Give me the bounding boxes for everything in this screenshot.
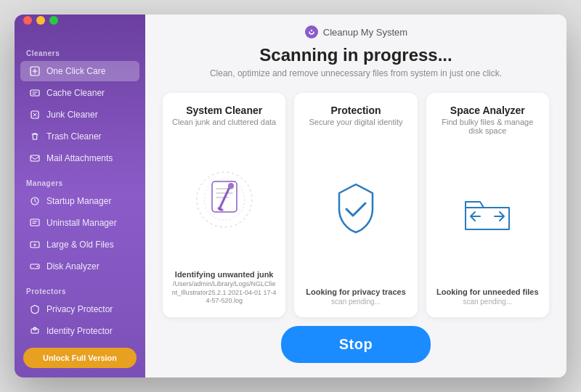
protection-pending: scan pending... — [331, 298, 381, 306]
svg-point-12 — [311, 30, 312, 31]
protection-status: Looking for privacy traces — [306, 287, 406, 296]
sidebar-item-disk-analyzer[interactable]: Disk Analyzer — [20, 256, 139, 277]
sidebar-item-privacy-protector[interactable]: Privacy Protector — [20, 299, 139, 319]
startup-icon — [29, 195, 41, 207]
close-button[interactable] — [23, 16, 32, 25]
system-cleaner-path: /Users/admin/Library/Logs/NGLClient_Illu… — [171, 280, 277, 306]
cards-row: System Cleaner Clean junk and cluttered … — [163, 93, 549, 317]
space-analyzer-title: Space Analyzer — [450, 105, 525, 116]
app-window: Cleaners One Click Care Cache Cleaner — [15, 15, 566, 377]
space-analyzer-card: Space Analyzer Find bulky files & manage… — [426, 93, 549, 317]
trash-icon — [29, 131, 41, 142]
sidebar-item-identity-protector[interactable]: Identity Protector — [20, 321, 139, 341]
sidebar-item-cache-cleaner[interactable]: Cache Cleaner — [20, 83, 139, 103]
space-analyzer-pending: scan pending... — [463, 298, 512, 306]
unlock-full-version-button[interactable]: Unlock Full Version — [23, 348, 137, 368]
disk-icon — [29, 261, 41, 272]
svg-rect-1 — [31, 90, 39, 96]
system-cleaner-visual — [171, 134, 277, 266]
sidebar-item-startup-manager[interactable]: Startup Manager — [20, 191, 139, 211]
sidebar-item-one-click-care[interactable]: One Click Care — [20, 61, 139, 81]
cache-cleaner-icon — [29, 87, 41, 99]
app-title: Cleanup My System — [323, 27, 407, 38]
titlebar: Cleanup My System — [145, 15, 566, 45]
space-analyzer-subtitle: Find bulky files & manage disk space — [435, 118, 540, 135]
sidebar-item-junk-cleaner[interactable]: Junk Cleaner — [20, 105, 139, 125]
uninstall-icon — [29, 217, 41, 229]
svg-point-8 — [37, 266, 38, 267]
stop-button[interactable]: Stop — [281, 326, 431, 363]
identity-icon — [29, 325, 41, 337]
space-analyzer-status: Looking for unneeded files — [436, 287, 539, 296]
main-content: Cleanup My System Scanning in progress..… — [145, 15, 566, 377]
sidebar-item-mail-attachments[interactable]: Mail Attachments — [20, 148, 139, 168]
space-analyzer-visual — [435, 142, 540, 283]
system-cleaner-subtitle: Clean junk and cluttered data — [172, 118, 276, 126]
svg-rect-9 — [31, 329, 38, 333]
scan-title: Scanning in progress... — [259, 45, 452, 65]
svg-point-16 — [228, 183, 234, 189]
cleaners-section-label: Cleaners — [15, 44, 145, 60]
svg-rect-3 — [31, 155, 39, 161]
junk-cleaner-icon — [29, 109, 41, 121]
stop-button-row: Stop — [281, 317, 431, 366]
managers-section-label: Managers — [15, 173, 145, 190]
minimize-button[interactable] — [36, 16, 45, 25]
svg-rect-5 — [31, 219, 39, 226]
scan-subtitle: Clean, optimize and remove unnecessary f… — [210, 68, 502, 78]
maximize-button[interactable] — [49, 16, 58, 25]
sidebar: Cleaners One Click Care Cache Cleaner — [15, 15, 145, 377]
privacy-icon — [29, 303, 41, 315]
large-files-icon — [29, 239, 41, 250]
protection-subtitle: Secure your digital identity — [309, 118, 402, 126]
one-click-care-icon — [29, 65, 41, 77]
mail-icon — [29, 152, 41, 164]
protection-visual — [303, 134, 408, 283]
system-cleaner-title: System Cleaner — [186, 105, 262, 116]
app-icon — [304, 25, 319, 39]
protection-title: Protection — [330, 105, 381, 116]
system-cleaner-status: Identifying unwanted junk — [175, 270, 274, 279]
content-area: Scanning in progress... Clean, optimize … — [145, 45, 566, 377]
sidebar-item-large-old-files[interactable]: Large & Old Files — [20, 234, 139, 255]
sidebar-item-trash-cleaner[interactable]: Trash Cleaner — [20, 126, 139, 147]
sidebar-item-uninstall-manager[interactable]: Uninstall Manager — [20, 213, 139, 233]
protectors-section-label: Protectors — [15, 282, 145, 298]
protection-card: Protection Secure your digital identity … — [294, 93, 417, 317]
svg-point-11 — [305, 25, 318, 38]
traffic-lights — [23, 16, 58, 25]
system-cleaner-card: System Cleaner Clean junk and cluttered … — [163, 93, 285, 317]
